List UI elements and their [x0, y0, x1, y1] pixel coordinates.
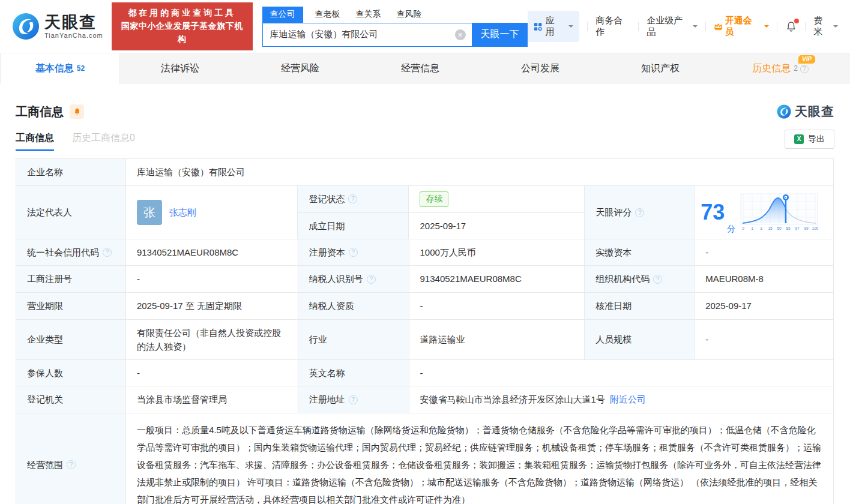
tianyancha-logo-icon — [12, 13, 40, 40]
tianyancha-logo[interactable]: 天眼查 TianYanCha.com — [12, 13, 103, 40]
search-tab-risk[interactable]: 查风险 — [397, 9, 422, 23]
insured-count-value: - — [126, 360, 298, 386]
legal-rep-cell: 张 张志刚 — [126, 186, 298, 239]
tab-operating-info[interactable]: 经营信息 — [360, 53, 480, 84]
registered-capital-label-cell: 注册资本? — [298, 239, 409, 266]
notification-dot — [794, 19, 799, 23]
tab-company-development[interactable]: 公司发展 — [480, 53, 600, 84]
help-icon[interactable]: ? — [800, 65, 809, 73]
clear-search-icon[interactable]: ✕ — [455, 29, 466, 40]
search-input[interactable] — [270, 29, 455, 40]
bell-icon — [73, 107, 81, 116]
table-subrow: 登记状态 ? 存续 — [298, 186, 585, 213]
watermark-text: 天眼查 — [795, 103, 834, 120]
registration-no-value: - — [126, 266, 298, 293]
export-button[interactable]: X 导出 — [785, 130, 834, 149]
slogan-line2: 国家中小企业发展子基金旗下机构 — [118, 20, 246, 46]
svg-text:15: 15 — [768, 226, 773, 230]
notifications-bell[interactable] — [785, 20, 797, 33]
tab-intellectual-property-label: 知识产权 — [641, 62, 680, 75]
business-scope-value: 一般项目：总质量4.5吨及以下普通货运车辆道路货物运输（除网络货运和危险货物）；… — [126, 413, 834, 504]
search-tab-relation[interactable]: 查关系 — [356, 9, 381, 23]
registered-capital-label: 注册资本 — [309, 245, 345, 259]
tab-operating-risk[interactable]: 经营风险 — [240, 53, 360, 84]
export-label: 导出 — [808, 134, 825, 145]
help-icon[interactable]: ? — [67, 460, 76, 469]
paid-capital-label: 实缴资本 — [585, 239, 695, 266]
tab-history-info-label: 历史信息 — [752, 62, 791, 75]
status-badge: 存续 — [420, 191, 448, 207]
apps-menu[interactable]: 应用 — [528, 11, 580, 42]
tab-operating-risk-label: 经营风险 — [281, 62, 319, 75]
help-icon[interactable]: ? — [349, 248, 358, 257]
help-icon[interactable]: ? — [348, 194, 357, 203]
registered-address-cell: 安徽省马鞍山市当涂县经济开发区涂山大道1号 附近公司 — [409, 386, 834, 413]
help-icon[interactable]: ? — [367, 275, 376, 284]
company-type-value: 有限责任公司（非自然人投资或控股的法人独资） — [126, 320, 298, 360]
company-name-value: 库迪运输（安徽）有限公司 — [126, 159, 834, 186]
registration-authority-label: 登记机关 — [16, 386, 126, 413]
credit-code-label-cell: 统一社会信用代码? — [16, 239, 126, 266]
open-vip-menu[interactable]: 开通会员 — [714, 15, 770, 38]
staff-size-value: - — [695, 320, 834, 360]
subtab-business-info[interactable]: 工商信息 — [16, 132, 54, 151]
search-tab-company[interactable]: 查公司 — [262, 7, 303, 23]
score-label: 天眼评分 — [595, 205, 631, 219]
industry-label: 行业 — [298, 320, 409, 360]
approval-date-value: 2025-09-17 — [695, 293, 834, 320]
registered-address-label: 注册地址 — [309, 392, 345, 406]
org-code-value: MAEUR08M-8 — [695, 266, 834, 293]
registered-capital-value: 1000万人民币 — [409, 239, 585, 266]
business-term-value: 2025-09-17 至 无固定期限 — [126, 293, 298, 320]
english-name-value: - — [409, 360, 834, 386]
divider — [705, 22, 706, 31]
credit-code-value: 91340521MAEUR08M8C — [126, 239, 298, 266]
svg-text:97: 97 — [795, 226, 800, 230]
tab-intellectual-property[interactable]: 知识产权 — [600, 53, 720, 84]
subscribe-bell-button[interactable] — [70, 104, 84, 119]
search-button[interactable]: 天眼一下 — [472, 23, 528, 47]
help-icon[interactable]: ? — [635, 208, 644, 217]
tab-history-info[interactable]: VIP 历史信息 2 ? — [720, 53, 840, 84]
tab-legal-proceedings[interactable]: 法律诉讼 — [120, 53, 240, 84]
registration-authority-value: 当涂县市场监督管理局 — [126, 386, 298, 413]
divider — [638, 22, 639, 31]
industry-value: 道路运输业 — [409, 320, 585, 360]
slogan-line1: 都在用的商业查询工具 — [118, 7, 246, 20]
score-cell[interactable]: 73 分 — [695, 186, 834, 239]
business-coop-link[interactable]: 商务合作 — [595, 15, 630, 38]
taxpayer-id-label-cell: 纳税人识别号? — [298, 266, 409, 293]
insured-count-label: 参保人数 — [16, 360, 126, 386]
score-label-cell: 天眼评分 ? — [585, 186, 695, 239]
svg-text:3: 3 — [761, 226, 763, 230]
legal-rep-label: 法定代表人 — [16, 186, 126, 239]
table-row: 企业名称 库迪运输（安徽）有限公司 — [16, 159, 834, 186]
approval-date-label: 核准日期 — [585, 293, 695, 320]
help-icon[interactable]: ? — [653, 275, 662, 284]
search-area: 查公司 查老板 查关系 查风险 ✕ 天眼一下 — [262, 7, 528, 47]
help-icon[interactable]: ? — [349, 395, 358, 404]
established-date-label: 成立日期 — [298, 213, 409, 240]
taxpayer-qualification-label: 纳税人资质 — [298, 293, 409, 320]
divider — [805, 22, 806, 31]
nearby-companies-link[interactable]: 附近公司 — [610, 392, 646, 406]
crown-icon — [714, 22, 723, 31]
slogan-badge: 都在用的商业查询工具 国家中小企业发展子基金旗下机构 — [112, 2, 253, 50]
reg-status-label-cell: 登记状态 ? — [298, 186, 409, 213]
user-menu[interactable]: 费米 — [813, 15, 838, 38]
established-date-value: 2025-09-17 — [409, 213, 585, 240]
excel-icon: X — [794, 134, 804, 144]
tab-legal-proceedings-label: 法律诉讼 — [161, 62, 199, 75]
svg-text:100: 100 — [812, 226, 818, 230]
org-code-label-cell: 组织机构代码? — [585, 266, 695, 293]
tab-basic-info[interactable]: 基本信息 52 — [0, 53, 120, 84]
chevron-down-icon — [693, 25, 698, 30]
company-name-label: 企业名称 — [16, 159, 126, 186]
subtab-history-business-info[interactable]: 历史工商信息0 — [72, 132, 135, 151]
username-label: 费米 — [813, 15, 831, 38]
enterprise-products-menu[interactable]: 企业级产品 — [647, 15, 697, 38]
main-content: 工商信息 天眼查 工商信息 历史工商信息0 X 导出 企业名称 — [0, 103, 850, 504]
search-tab-boss[interactable]: 查老板 — [315, 9, 340, 23]
help-icon[interactable]: ? — [103, 248, 112, 257]
legal-rep-link[interactable]: 张志刚 — [169, 205, 196, 219]
